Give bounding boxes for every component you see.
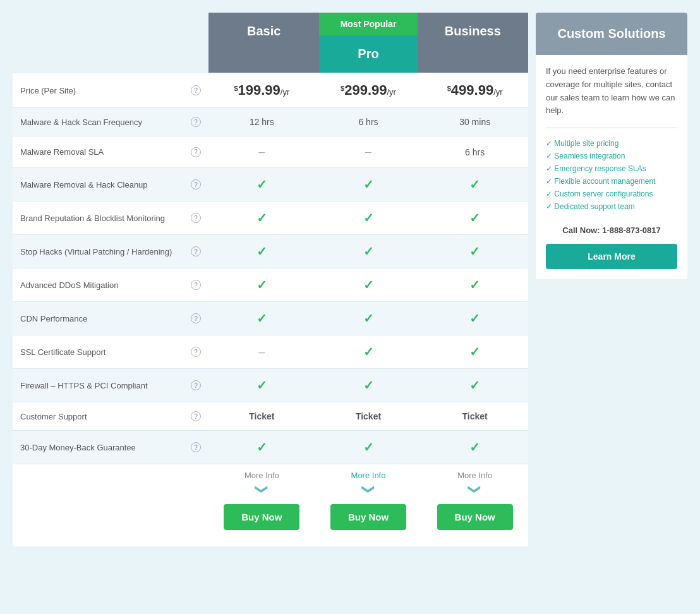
call-now: Call Now: 1-888-873-0817 [546,226,677,235]
info-icon[interactable]: ? [191,213,201,223]
feature-label: 30-Day Money-Back Guarantee [20,443,186,452]
ticket-label: Ticket [356,411,381,421]
business-cell-row0: $499.99/yr [421,73,528,107]
info-icon[interactable]: ? [191,411,201,421]
table-row: Malware Removal & Hack Cleanup?✓✓✓ [13,167,528,201]
custom-panel-title: Custom Solutions [536,13,687,55]
learn-more-button[interactable]: Learn More [546,244,677,269]
check-icon: ✓ [469,344,480,359]
check-icon: ✓ [469,311,480,326]
feature-label: Malware Removal & Hack Cleanup [20,180,186,190]
table-row: Stop Hacks (Virtual Patching / Hardening… [13,234,528,268]
info-icon[interactable]: ? [191,313,201,323]
most-popular-badge: Most Popular [319,13,417,35]
pro-cell-row4: ✓ [315,202,422,234]
check-icon: ✓ [256,277,267,292]
info-icon[interactable]: ? [191,347,201,357]
buy-now-business[interactable]: Buy Now [437,504,513,530]
check-icon: ✓ [363,344,374,359]
feature-cell: Customer Support? [13,402,208,430]
info-icon[interactable]: ? [191,179,201,190]
list-item: Custom server configurations [546,188,677,200]
feature-label: Malware & Hack Scan Frequency [20,117,186,127]
business-cell-row2: 6 hrs [421,136,528,167]
feature-cell: Malware Removal SLA? [13,136,208,167]
basic-cell-row0: $199.99/yr [208,73,315,107]
info-icon[interactable]: ? [191,280,201,290]
table-row: Price (Per Site)?$199.99/yr$299.99/yr$49… [13,73,528,107]
business-cell-row4: ✓ [421,202,528,234]
pro-cell-row3: ✓ [315,168,422,201]
more-info-pro[interactable]: More Info [351,471,386,480]
info-icon[interactable]: ? [191,246,201,256]
pricing-wrapper: Basic Most Popular Pro Business Price (P… [13,13,687,546]
feature-label: SSL Certificate Support [20,347,186,357]
pro-cell-row5: ✓ [315,235,422,268]
business-cell-row6: ✓ [421,268,528,301]
feature-cell: Malware Removal & Hack Cleanup? [13,168,208,201]
feature-label: Customer Support [20,412,186,421]
basic-cell-row9: ✓ [208,369,315,402]
pro-cell-row2: – [315,136,422,167]
business-cell-row9: ✓ [421,369,528,402]
business-cell-row3: ✓ [421,168,528,201]
feature-cell: Malware & Hack Scan Frequency? [13,108,208,136]
header-row: Basic Most Popular Pro Business [13,13,528,73]
pro-cell-row11: ✓ [315,431,422,464]
pro-cell-row10: Ticket [315,402,422,430]
info-icon[interactable]: ? [191,442,201,452]
check-icon: ✓ [256,177,267,192]
table-row: Customer Support?TicketTicketTicket [13,402,528,430]
basic-cell-row4: ✓ [208,202,315,234]
dash-icon: – [258,346,265,359]
basic-cell-row8: – [208,335,315,368]
custom-feature-list: Multiple site pricingSeamless integratio… [546,137,677,213]
chevron-basic[interactable]: ❯ [255,484,268,495]
pro-cell-row7: ✓ [315,302,422,335]
info-icon[interactable]: ? [191,117,201,127]
info-icon[interactable]: ? [191,85,201,95]
business-cell-row8: ✓ [421,335,528,368]
feature-cell: Firewall – HTTPS & PCI Compliant? [13,369,208,402]
chevron-pro[interactable]: ❯ [362,484,375,495]
business-cell-row10: Ticket [421,402,528,430]
footer-business-cell: More Info ❯ Buy Now [421,464,528,546]
buy-now-pro[interactable]: Buy Now [330,504,406,530]
cell-value: 6 hrs [358,117,378,127]
more-info-business[interactable]: More Info [457,471,492,480]
feature-cell: Stop Hacks (Virtual Patching / Hardening… [13,235,208,268]
basic-cell-row10: Ticket [208,402,315,430]
feature-cell: CDN Performance? [13,302,208,335]
check-icon: ✓ [469,277,480,292]
feature-label: Stop Hacks (Virtual Patching / Hardening… [20,247,186,256]
feature-cell: SSL Certificate Support? [13,335,208,368]
business-cell-row7: ✓ [421,302,528,335]
table-row: CDN Performance?✓✓✓ [13,301,528,335]
info-icon[interactable]: ? [191,147,201,157]
ticket-label: Ticket [249,411,274,421]
feature-col-header [13,13,208,73]
business-header: Business [418,13,528,73]
list-item: Flexible account management [546,175,677,188]
table-row: Malware Removal SLA?––6 hrs [13,136,528,167]
info-icon[interactable]: ? [191,380,201,390]
custom-panel-body: If you need enterprise features or cover… [536,55,687,279]
business-cell-row1: 30 mins [421,108,528,136]
table-row: SSL Certificate Support?–✓✓ [13,335,528,368]
chevron-business[interactable]: ❯ [469,484,481,495]
feature-label: Price (Per Site) [20,86,186,95]
check-icon: ✓ [256,311,267,326]
feature-label: Firewall – HTTPS & PCI Compliant [20,381,186,390]
check-icon: ✓ [469,440,480,455]
footer-row: More Info ❯ Buy Now More Info ❯ Buy Now … [13,464,528,546]
check-icon: ✓ [469,177,480,192]
basic-cell-row3: ✓ [208,168,315,201]
pro-header: Pro [319,35,417,73]
cell-value: 30 mins [459,117,490,127]
table-row: Advanced DDoS Mitigation?✓✓✓ [13,268,528,301]
check-icon: ✓ [363,277,374,292]
basic-cell-row5: ✓ [208,235,315,268]
feature-cell: 30-Day Money-Back Guarantee? [13,431,208,464]
more-info-basic[interactable]: More Info [244,471,279,480]
buy-now-basic[interactable]: Buy Now [224,504,299,530]
